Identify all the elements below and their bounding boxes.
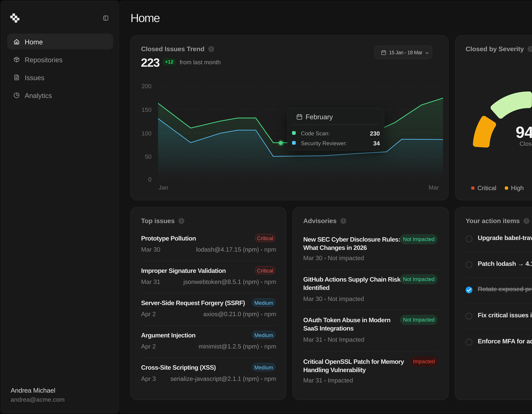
svg-text:Mar: Mar xyxy=(428,184,439,191)
svg-text:100: 100 xyxy=(142,130,152,137)
svg-text:0: 0 xyxy=(148,176,152,183)
svg-text:50: 50 xyxy=(145,153,152,160)
svg-text:150: 150 xyxy=(142,106,152,113)
svg-text:200: 200 xyxy=(142,83,152,89)
svg-text:Jan: Jan xyxy=(159,184,168,191)
